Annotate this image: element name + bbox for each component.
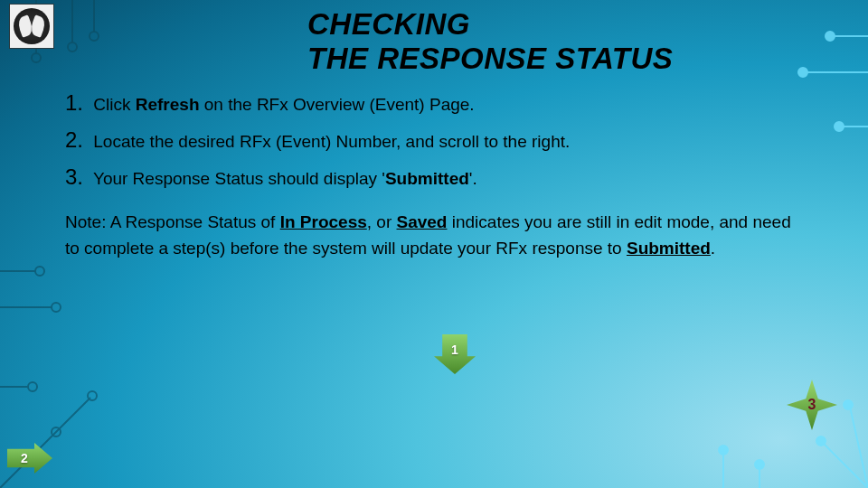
body-text: 1. Click Refresh on the RFx Overview (Ev… (65, 86, 807, 261)
step-number: 1. (65, 90, 83, 115)
phoenix-logo (9, 4, 54, 49)
callout-label: 3 (808, 397, 816, 413)
svg-point-0 (32, 53, 41, 62)
callout-label: 2 (21, 451, 28, 465)
step-number: 3. (65, 164, 83, 189)
svg-point-11 (816, 436, 826, 446)
svg-point-5 (28, 382, 37, 391)
slide: CHECKING THE RESPONSE STATUS 1. Click Re… (0, 0, 868, 488)
svg-point-1 (68, 42, 77, 52)
title-line-1: CHECKING (307, 7, 470, 41)
svg-point-4 (52, 303, 61, 312)
note-text: Note: A Response Status of In Process, o… (65, 209, 807, 262)
svg-point-7 (88, 391, 97, 400)
svg-point-12 (844, 400, 853, 409)
svg-point-3 (35, 267, 44, 276)
svg-point-14 (719, 446, 728, 455)
svg-point-10 (835, 122, 844, 131)
svg-point-2 (90, 32, 99, 41)
step-1: 1. Click Refresh on the RFx Overview (Ev… (65, 86, 807, 119)
slide-title: CHECKING THE RESPONSE STATUS (307, 7, 850, 76)
title-line-2: THE RESPONSE STATUS (307, 42, 673, 75)
callout-label: 1 (451, 343, 458, 357)
step-number: 2. (65, 127, 83, 152)
step-2: 2. Locate the desired RFx (Event) Number… (65, 123, 807, 156)
svg-point-13 (755, 460, 764, 469)
step-3: 3. Your Response Status should display '… (65, 160, 807, 193)
